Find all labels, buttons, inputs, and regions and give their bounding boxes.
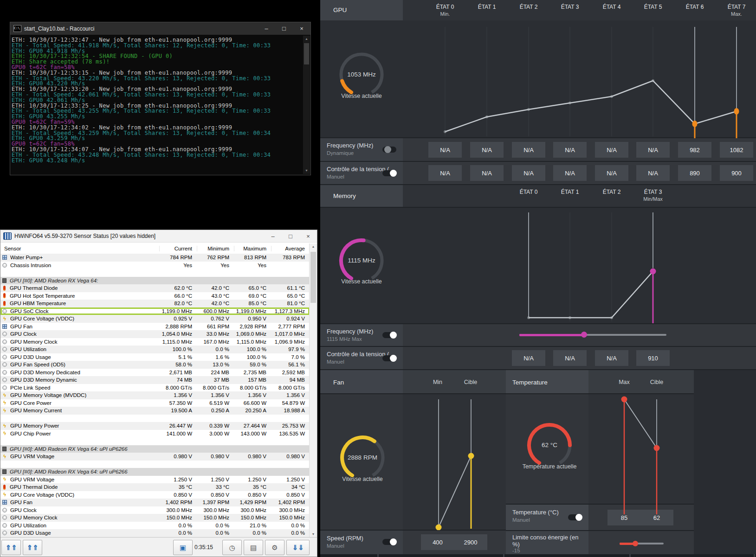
temp-max-handle[interactable]	[621, 397, 627, 403]
scroll-thumb[interactable]	[304, 43, 309, 64]
section-row[interactable]: GPU [#0]: AMD Radeon RX Vega 64: uPI uP6…	[0, 445, 310, 453]
memory-voltage-toggle[interactable]	[382, 355, 396, 361]
temperature-curve-chart[interactable]	[588, 394, 694, 530]
memory-frequency-chart[interactable]	[403, 208, 756, 323]
fan-target-handle[interactable]	[468, 453, 474, 459]
scroll-thumb[interactable]	[310, 252, 316, 303]
state-value-box[interactable]: 400	[421, 534, 454, 550]
temperature-toggle[interactable]	[568, 514, 582, 520]
section-row[interactable]: GPU [#0]: AMD Radeon RX Vega 64:	[0, 277, 310, 285]
memory-state-handle[interactable]	[650, 269, 656, 275]
column-header[interactable]: Sensor	[0, 246, 159, 251]
power-limit-slider-handle[interactable]	[633, 541, 638, 546]
state-value-box[interactable]: 910	[636, 350, 670, 366]
state-value-box[interactable]: N/A	[553, 350, 587, 366]
blue-arrows-icon[interactable]: ⇑⇑	[23, 540, 42, 555]
scroll-down-icon[interactable]: ▼	[303, 167, 310, 174]
table-row[interactable]: GPU D3D Usage0.0 %0.0 %0.0 %0.0 %	[0, 529, 310, 537]
report-icon[interactable]: ▤	[244, 540, 263, 555]
fan-min-handle[interactable]	[436, 525, 442, 531]
table-row[interactable]: GPU Clock1,054.0 MHz33.0 MHz1,069.0 MHz1…	[0, 330, 310, 338]
table-row[interactable]: ϟGPU Core Voltage (VDDC)0.850 V0.850 V0.…	[0, 491, 310, 499]
table-row[interactable]: ϟGPU Core Power57.350 W6.519 W66.600 W54…	[0, 399, 310, 407]
memory-frequency-slider-handle[interactable]	[581, 332, 587, 338]
gpu-voltage-toggle[interactable]	[382, 170, 396, 176]
column-header[interactable]: Current	[159, 246, 197, 251]
table-row[interactable]: GPU Utilization100.0 %0.0 %100.0 %97.9 %	[0, 346, 310, 353]
state-value-box[interactable]: N/A	[512, 350, 545, 366]
state-value-box[interactable]: N/A	[470, 165, 504, 181]
table-row[interactable]: GPU Clock300.0 MHz300.0 MHz300.0 MHz300.…	[0, 506, 310, 514]
table-row[interactable]: ϟGPU Memory Power26.447 W0.339 W27.464 W…	[0, 422, 310, 430]
state-value-box[interactable]: N/A	[428, 165, 462, 181]
console-titlebar[interactable]: C:\ start_Clay10.bat - Raccourci – □ ×	[10, 22, 310, 35]
table-row[interactable]: GPU Fan1,402 RPM1,397 RPM1,429 RPM1,402 …	[0, 499, 310, 506]
gpu-state-handle[interactable]	[692, 121, 698, 127]
table-row[interactable]: ϟGPU Memory Voltage (MVDDC)1.356 V1.356 …	[0, 391, 310, 399]
hwinfo-titlebar[interactable]: HWiNFO64 v5.59-3270 Sensor Status [20 va…	[0, 230, 317, 243]
table-row[interactable]: GPU Fan Speed (OD5)58.0 %13.0 %59.0 %56.…	[0, 361, 310, 369]
state-value-box[interactable]: N/A	[512, 142, 545, 158]
table-row[interactable]: Water Pump+784 RPM762 RPM813 RPM783 RPM	[0, 254, 310, 262]
state-value-box[interactable]: 900	[720, 165, 753, 181]
table-row[interactable]: Chassis IntrusionYesYesYes	[0, 262, 310, 269]
table-row[interactable]: GPU Thermal Diode35 °C33 °C35 °C34 °C	[0, 483, 310, 491]
fan-speed-toggle[interactable]	[382, 539, 396, 545]
table-row[interactable]: ϟGPU Core Voltage (VDDC)0.925 V0.762 V0.…	[0, 315, 310, 323]
hwinfo-scrollbar[interactable]: ▲ ▼	[309, 243, 317, 538]
table-row[interactable]: GPU Fan2,888 RPM661 RPM2,928 RPM2,777 RP…	[0, 323, 310, 331]
maximize-button[interactable]: □	[282, 230, 299, 242]
memory-frequency-toggle[interactable]	[382, 332, 396, 338]
scroll-down-icon[interactable]: ▼	[310, 531, 317, 538]
table-row[interactable]: GPU Memory Clock1,115.0 MHz167.0 MHz1,11…	[0, 338, 310, 346]
state-value-box[interactable]: N/A	[512, 165, 545, 181]
state-value-box[interactable]: N/A	[595, 350, 628, 366]
section-row[interactable]: GPU [#0]: AMD Radeon RX Vega 64: uPI uP6…	[0, 468, 310, 476]
table-row[interactable]: GPU Thermal Diode62.0 °C42.0 °C65.0 °C61…	[0, 284, 310, 292]
column-header[interactable]: Maximum	[234, 246, 271, 251]
fan-curve-chart[interactable]	[403, 394, 506, 530]
table-row[interactable]: ϟGPU Memory Current19.500 A0.250 A20.250…	[0, 407, 310, 415]
state-value-box[interactable]: N/A	[553, 165, 587, 181]
state-value-box[interactable]: 982	[678, 142, 711, 158]
table-row[interactable]: GPU Hot Spot Temperature66.0 °C43.0 °C69…	[0, 292, 310, 300]
console-scrollbar[interactable]: ▲ ▼	[303, 36, 310, 174]
table-row[interactable]: GPU SoC Clock1,199.0 MHz600.0 MHz1,199.0…	[0, 307, 310, 315]
close-button[interactable]: ×	[299, 230, 317, 242]
clock-icon[interactable]: ◷	[222, 540, 242, 555]
column-header[interactable]: Average	[271, 246, 310, 251]
state-value-box[interactable]: N/A	[428, 142, 462, 158]
gear-icon[interactable]: ⚙	[265, 540, 284, 555]
temp-target-handle[interactable]	[654, 445, 660, 451]
state-value-box[interactable]: 1082	[720, 142, 753, 158]
state-value-box[interactable]: 2900	[454, 534, 487, 550]
table-row[interactable]: GPU D3D Memory Dynamic74 MB37 MB157 MB94…	[0, 376, 310, 384]
minimize-button[interactable]: –	[258, 22, 275, 35]
gpu-state-handle[interactable]	[734, 108, 739, 115]
table-row[interactable]: GPU D3D Memory Dedicated2,671 MB224 MB2,…	[0, 369, 310, 377]
state-value-box[interactable]: N/A	[595, 142, 628, 158]
gpu-frequency-chart[interactable]	[403, 20, 756, 138]
maximize-button[interactable]: □	[275, 22, 293, 35]
state-value-box[interactable]: N/A	[470, 142, 504, 158]
table-row[interactable]: GPU D3D Usage5.1 %1.6 %100.0 %7.0 %	[0, 353, 310, 361]
table-row[interactable]: ϟGPU Chip Power141.000 W3.000 W143.000 W…	[0, 430, 310, 438]
state-value-box[interactable]: N/A	[595, 165, 628, 181]
table-row[interactable]: ϟGPU VRM Voltage1.250 V1.250 V1.250 V1.2…	[0, 476, 310, 484]
table-row[interactable]: GPU Utilization0.0 %0.0 %21.0 %0.0 %	[0, 522, 310, 530]
scroll-up-icon[interactable]: ▲	[303, 36, 310, 42]
table-row[interactable]: GPU HBM Temperature82.0 °C42.0 °C85.0 °C…	[0, 300, 310, 307]
state-value-box[interactable]: N/A	[636, 142, 670, 158]
table-row[interactable]: PCIe Link Speed8.000 GT/s8.000 GT/s8.000…	[0, 384, 310, 392]
table-row[interactable]: ϟGPU VRM Voltage0.980 V0.980 V0.980 V0.9…	[0, 453, 310, 461]
state-value-box[interactable]: 890	[678, 165, 711, 181]
column-header[interactable]: Minimum	[197, 246, 234, 251]
scroll-up-icon[interactable]: ▲	[310, 243, 317, 250]
collapse-icon[interactable]: ⇓⇓	[286, 540, 310, 555]
window-icon[interactable]: ▣	[173, 540, 193, 555]
gpu-frequency-toggle[interactable]	[382, 147, 396, 153]
blue-arrows-icon[interactable]: ⇑⇑	[1, 540, 21, 555]
close-button[interactable]: ×	[293, 22, 310, 35]
table-row[interactable]: GPU Memory Clock150.0 MHz150.0 MHz150.0 …	[0, 514, 310, 522]
state-value-box[interactable]: N/A	[636, 165, 670, 181]
